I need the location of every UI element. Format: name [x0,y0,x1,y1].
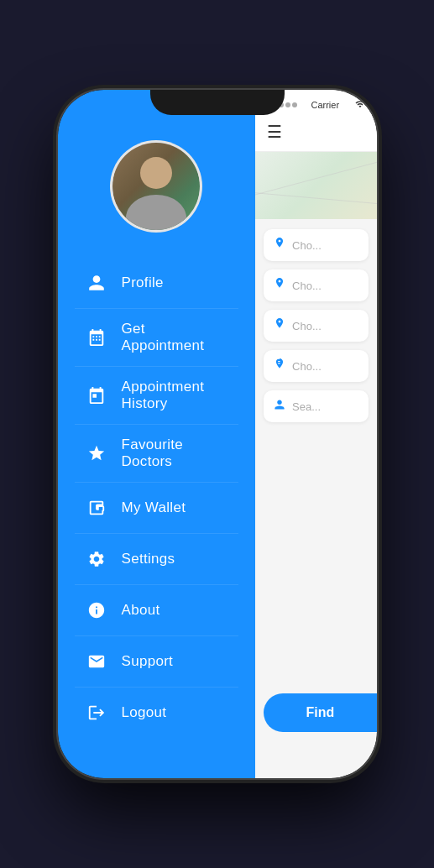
sidebar-item-my-wallet[interactable]: My Wallet [75,483,239,534]
find-button[interactable]: Find [264,693,376,732]
location-icon-2 [274,278,285,293]
search-placeholder-4: Cho... [292,360,322,373]
get-appointment-label: Get Appointment [122,321,231,354]
search-placeholder-1: Cho... [292,239,322,252]
about-icon [83,597,110,624]
support-label: Support [122,653,174,670]
navigation-drawer: Profile Get Appointment [58,90,256,778]
phone-notch [150,90,285,115]
about-label: About [122,602,160,619]
phone-frame: Profile Get Appointment [58,90,377,778]
search-row-5[interactable]: Sea... [264,390,368,422]
my-wallet-label: My Wallet [122,499,186,516]
map-line-2 [255,191,376,205]
user-avatar-container[interactable] [110,140,202,233]
search-placeholder-2: Cho... [292,280,322,292]
sidebar-item-profile[interactable]: Profile [75,258,239,309]
hospital-icon [274,358,285,374]
favourite-doctors-icon [83,440,110,467]
phone-screen: Profile Get Appointment [58,90,377,778]
doctor-search-icon [274,399,285,414]
hamburger-bar[interactable]: ☰ [255,115,376,152]
profile-icon [83,269,110,296]
search-row-3[interactable]: Cho... [264,310,368,342]
sidebar-item-support[interactable]: Support [75,636,239,688]
profile-label: Profile [122,275,164,291]
search-row-4[interactable]: Cho... [264,350,368,382]
logout-icon [83,699,110,726]
sidebar-item-about[interactable]: About [75,585,239,636]
sidebar-item-favourite-doctors[interactable]: Favourite Doctors [75,425,239,483]
settings-icon [83,546,110,573]
location-icon-3 [274,318,285,333]
carrier-label: Carrier [311,100,339,110]
my-wallet-icon [83,494,110,521]
map-background [255,152,376,219]
appointment-history-icon [83,382,110,409]
favourite-doctors-label: Favourite Doctors [122,437,231,470]
map-line-1 [255,159,376,197]
logout-label: Logout [122,704,167,721]
sidebar-item-logout[interactable]: Logout [75,688,239,738]
appointment-history-label: Appointment History [122,379,231,412]
get-appointment-icon [83,324,110,351]
avatar [112,140,200,233]
hamburger-icon[interactable]: ☰ [267,123,282,141]
find-button-container[interactable]: Find [264,693,376,732]
location-icon-1 [274,238,285,253]
support-icon [83,648,110,675]
search-area: Cho... Cho... [255,219,376,432]
search-row-1[interactable]: Cho... [264,229,368,261]
search-placeholder-3: Cho... [292,320,322,332]
main-content-panel: Carrier ☰ [255,90,376,778]
sidebar-item-get-appointment[interactable]: Get Appointment [75,309,239,367]
search-placeholder-5: Sea... [292,400,321,413]
phone-wrapper: Profile Get Appointment [0,0,434,868]
search-row-2[interactable]: Cho... [264,269,368,301]
sidebar-item-appointment-history[interactable]: Appointment History [75,367,239,425]
settings-label: Settings [122,551,175,567]
sidebar-item-settings[interactable]: Settings [75,534,239,585]
wifi-icon [353,99,367,111]
menu-list: Profile Get Appointment [58,258,256,738]
